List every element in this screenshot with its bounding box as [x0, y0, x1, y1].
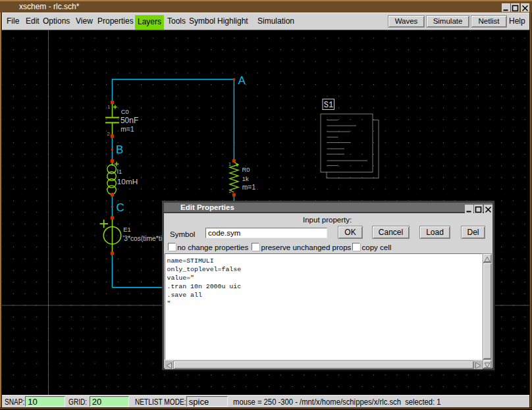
- svg-text:2: 2: [229, 188, 232, 194]
- svg-text:l1: l1: [117, 168, 122, 175]
- svg-text:1k: 1k: [242, 175, 249, 182]
- svg-text:S1: S1: [324, 101, 333, 110]
- svg-text:C0: C0: [121, 108, 129, 115]
- svg-text:E1: E1: [123, 226, 130, 233]
- svg-text:2: 2: [107, 131, 111, 137]
- svg-text:C: C: [117, 201, 124, 214]
- svg-text:m=1: m=1: [120, 126, 134, 133]
- svg-text:A: A: [238, 74, 246, 87]
- svg-text:1: 1: [107, 104, 111, 110]
- svg-text:B: B: [116, 143, 123, 156]
- svg-text:1: 1: [228, 161, 232, 167]
- svg-text:10mH: 10mH: [117, 177, 138, 186]
- svg-text:R0: R0: [242, 166, 250, 173]
- svg-text:'3*cos(time*ti: '3*cos(time*ti: [122, 235, 162, 242]
- svg-text:50nF: 50nF: [120, 116, 138, 125]
- svg-text:m=1: m=1: [242, 184, 256, 191]
